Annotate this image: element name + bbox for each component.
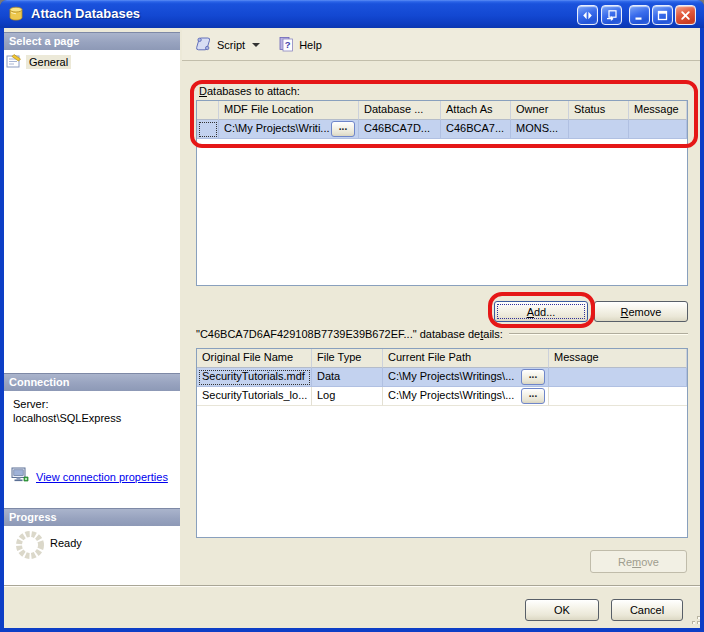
window-title: Attach Databases bbox=[31, 0, 140, 28]
script-button[interactable]: Script bbox=[189, 33, 266, 57]
column-header-original-file-name[interactable]: Original File Name bbox=[197, 349, 312, 368]
column-header-attach-as[interactable]: Attach As bbox=[441, 101, 511, 120]
column-header-database[interactable]: Database ... bbox=[359, 101, 441, 120]
progress-status: Ready bbox=[50, 537, 82, 549]
dialog-body: Select a page General Connection Server: bbox=[4, 28, 700, 628]
sidebar-item-general[interactable]: General bbox=[6, 53, 71, 70]
column-header-mdf-file-location[interactable]: MDF File Location bbox=[219, 101, 359, 120]
attach-grid[interactable]: MDF File Location Database ... Attach As… bbox=[196, 100, 688, 286]
column-header-message[interactable]: Message bbox=[629, 101, 687, 120]
database-cell: C46BCA7D... bbox=[359, 120, 441, 139]
server-value: localhost\SQLExpress bbox=[13, 412, 121, 424]
help-book-icon: ? bbox=[278, 36, 294, 54]
mdf-file-location-cell: C:\My Projects\Writi... ... bbox=[219, 120, 359, 139]
toolbar: Script ? Help bbox=[182, 30, 700, 61]
file-type-cell: Log bbox=[312, 387, 383, 406]
details-grid-row[interactable]: SecurityTutorials.mdf Data C:\My Project… bbox=[197, 368, 687, 387]
attach-grid-header: MDF File Location Database ... Attach As… bbox=[197, 101, 687, 120]
cancel-button[interactable]: Cancel bbox=[611, 599, 683, 621]
add-button[interactable]: Add... bbox=[494, 301, 588, 322]
progress-ring-icon bbox=[14, 529, 46, 563]
bottom-separator bbox=[4, 585, 700, 587]
column-header-file-type[interactable]: File Type bbox=[312, 349, 383, 368]
database-icon bbox=[8, 6, 24, 22]
original-file-name-cell[interactable]: SecurityTutorials_lo... bbox=[197, 387, 312, 406]
message-cell bbox=[549, 387, 687, 406]
script-button-label: Script bbox=[217, 39, 245, 51]
connection-panel: Server: localhost\SQLExpress View connec… bbox=[4, 391, 180, 508]
details-grid-header: Original File Name File Type Current Fil… bbox=[197, 349, 687, 368]
float-window-button[interactable] bbox=[577, 5, 598, 25]
titlebar[interactable]: Attach Databases bbox=[0, 0, 704, 28]
attach-grid-empty-area bbox=[197, 139, 687, 285]
select-a-page-panel: General bbox=[4, 50, 180, 373]
help-button-label: Help bbox=[299, 39, 322, 51]
progress-header: Progress bbox=[4, 508, 180, 526]
details-grid-empty-area bbox=[197, 406, 687, 537]
status-cell bbox=[569, 120, 629, 139]
progress-panel: Ready bbox=[4, 526, 180, 585]
float-window-icon bbox=[582, 10, 593, 21]
databases-to-attach-label: Databases to attach: bbox=[199, 85, 300, 97]
browse-path-button[interactable]: ... bbox=[521, 388, 545, 404]
view-connection-properties-link[interactable]: View connection properties bbox=[36, 471, 168, 483]
resize-grip[interactable] bbox=[688, 612, 701, 627]
message-cell bbox=[549, 368, 687, 387]
remove-button[interactable]: Remove bbox=[594, 301, 688, 322]
dock-window-icon bbox=[606, 9, 618, 21]
server-label: Server: bbox=[13, 398, 48, 410]
group-divider-line bbox=[509, 333, 688, 335]
close-icon bbox=[680, 10, 691, 21]
properties-page-icon bbox=[6, 53, 22, 71]
attach-grid-row[interactable]: C:\My Projects\Writi... ... C46BCA7D... … bbox=[197, 120, 687, 139]
details-grid-row[interactable]: SecurityTutorials_lo... Log C:\My Projec… bbox=[197, 387, 687, 406]
column-header-message[interactable]: Message bbox=[549, 349, 687, 368]
column-header-status[interactable]: Status bbox=[569, 101, 629, 120]
message-cell bbox=[629, 120, 687, 139]
column-header-row-selector bbox=[197, 101, 219, 120]
column-header-current-file-path[interactable]: Current File Path bbox=[383, 349, 549, 368]
details-grid[interactable]: Original File Name File Type Current Fil… bbox=[196, 348, 688, 538]
ok-button[interactable]: OK bbox=[525, 599, 599, 621]
column-header-owner[interactable]: Owner bbox=[511, 101, 569, 120]
select-a-page-header: Select a page bbox=[4, 32, 180, 50]
help-button[interactable]: ? Help bbox=[272, 33, 328, 57]
details-remove-button: Remove bbox=[590, 550, 687, 573]
maximize-button[interactable] bbox=[652, 5, 673, 25]
maximize-icon bbox=[657, 10, 668, 21]
script-scroll-icon bbox=[195, 36, 212, 54]
dock-window-button[interactable] bbox=[601, 5, 622, 25]
attach-databases-dialog: Attach Databases bbox=[0, 0, 704, 632]
minimize-icon bbox=[634, 10, 645, 21]
original-file-name-cell[interactable]: SecurityTutorials.mdf bbox=[197, 368, 312, 387]
database-details-label: "C46BCA7D6AF429108B7739E39B672EF..." dat… bbox=[196, 328, 503, 340]
svg-text:?: ? bbox=[285, 39, 291, 50]
browse-path-button[interactable]: ... bbox=[521, 369, 545, 385]
browse-mdf-button[interactable]: ... bbox=[331, 121, 355, 137]
current-file-path-cell: C:\My Projects\Writings\... ... bbox=[383, 368, 549, 387]
file-type-cell: Data bbox=[312, 368, 383, 387]
close-button[interactable] bbox=[675, 5, 696, 25]
connection-header: Connection bbox=[4, 373, 180, 391]
current-file-path-cell: C:\My Projects\Writings\... ... bbox=[383, 387, 549, 406]
sidebar-item-general-label: General bbox=[26, 55, 71, 69]
attach-as-cell: C46BCA7... bbox=[441, 120, 511, 139]
row-selector-cell[interactable] bbox=[197, 120, 219, 139]
owner-cell: MONS... bbox=[511, 120, 569, 139]
connection-computer-icon bbox=[11, 467, 30, 486]
minimize-button[interactable] bbox=[629, 5, 650, 25]
chevron-down-icon bbox=[252, 43, 260, 47]
